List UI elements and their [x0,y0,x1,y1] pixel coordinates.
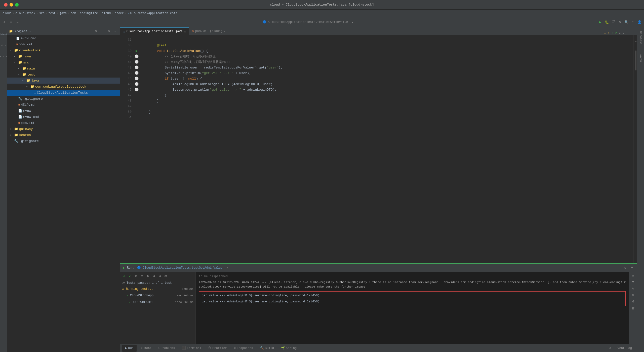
run-settings-btn[interactable]: ⚙ [623,265,628,270]
bp3[interactable]: ⚪ [134,65,139,71]
bottom-tab-eventlog[interactable]: Event Log [613,345,635,352]
tree-item-gateway[interactable]: ▸ 📁 gateway [7,126,120,132]
tab-cloudstocktests[interactable]: ☕ CloudStockApplicationTests.java ✕ [120,27,189,35]
editor-scrollbar[interactable]: m [633,35,637,263]
run-gutter-btn[interactable]: ▶ [134,48,139,54]
minimize-button[interactable] [10,3,13,7]
tree-item-pomxml2[interactable]: m pom.xml [7,120,120,126]
scroll-down-btn[interactable]: ▼ [631,279,636,285]
stop-btn[interactable]: ⊗ [133,273,138,278]
bp2[interactable]: ⚪ [134,59,139,65]
tree-item-mvnwcmd-root[interactable]: 📄 mvnw.cmd [7,35,120,41]
bottom-tab-terminal[interactable]: ⬛ Terminal [179,345,205,352]
expand-btn[interactable]: ⊞ [151,273,156,278]
bottom-tab-problems[interactable]: ⚠ Problems [155,345,178,352]
maven-panel-btn[interactable]: Maven [638,52,643,64]
tree-item-cloudstockapp[interactable]: ☕ CloudStockApplicationTests [7,90,120,96]
scroll-up-btn[interactable]: ▲ [631,273,636,278]
filter-btn[interactable]: ≫ [164,273,169,278]
toolbar-button-1[interactable]: ⊕ [2,20,7,25]
tree-item-mvn[interactable]: ▸ 📁 .mvn [7,53,120,59]
breadcrumb-com[interactable]: com [70,12,76,15]
run-panel-close[interactable]: ✕ [226,266,228,269]
breadcrumb-test[interactable]: test [48,12,56,15]
toolbar-run-btn[interactable]: ▶ [598,20,603,25]
fold-chevron[interactable]: ∧ [619,31,621,35]
sort2-btn[interactable]: ⇅ [145,273,150,278]
bottom-tab-profiler[interactable]: ⏱ Profiler [205,345,230,352]
breadcrumb-cloudstock[interactable]: cloud-stock [15,12,35,15]
bottom-tab-build[interactable]: 🔨 Build [257,345,277,352]
tree-item-mvnwcmd2[interactable]: 📄 mvnw.cmd [7,114,120,120]
tree-collapse-all[interactable]: ☰ [100,29,105,34]
bp4[interactable]: ⚪ [134,71,139,76]
bottom-tab-todo[interactable]: ☑ TODO [138,345,154,352]
tree-item-helpmd[interactable]: m HELP.md [7,102,120,108]
print-btn[interactable]: 🖨 [631,299,636,304]
sort-btn[interactable]: ≡ [139,273,144,278]
tree-item-gitignore2[interactable]: 🔧 .gitignore [7,138,120,144]
sidebar-favorites-icon[interactable]: Fav [1,51,7,61]
toolbar-button-2[interactable]: ≡ [9,20,14,25]
tree-item-cloudstock[interactable]: ▾ 📁 cloud-stock [7,47,120,53]
breadcrumb-codingfire[interactable]: codingfire [80,12,98,15]
bottom-tab-endpoints[interactable]: ⊕ Endpoints [231,345,256,352]
tree-hide[interactable]: − [113,29,118,34]
tree-item-mvnw[interactable]: 📄 mvnw [7,108,120,114]
tree-item-search[interactable]: ▸ 📁 search [7,132,120,138]
run-tree-test[interactable]: ✓ testGetAdmi 1sec 869 ms [120,299,195,305]
breadcrumb-stock[interactable]: stock [115,12,124,15]
run-tree-running[interactable]: ⚙ Running tests... 1s869ms [120,286,195,292]
toolbar-search-btn[interactable]: 🔍 [624,20,629,25]
breadcrumb-cloud2[interactable]: cloud [102,12,111,15]
bp7[interactable]: ⚪ [134,87,139,93]
bp1[interactable]: ⚪ [134,54,139,59]
left-sidebar-icons: Project Struct Fav [0,27,7,352]
run-output[interactable]: to be dispatched 2023-03-06 17:37:17.620… [196,272,629,344]
tab-pomxml[interactable]: m pom.xml (cloud) ✕ [189,27,229,35]
tree-item-src[interactable]: ▾ 📁 src [7,59,120,65]
maximize-button[interactable] [15,3,19,7]
run-collapse-btn[interactable]: − [629,265,634,270]
tree-options[interactable]: ⚙ [106,29,111,34]
bp5[interactable]: ⚪ [134,76,139,82]
wrap-btn[interactable]: ⇆ [631,286,636,291]
bottom-tab-run[interactable]: ▶ Run [122,345,137,352]
database-panel-btn[interactable]: Database [638,29,643,47]
tree-item-java[interactable]: ▾ 📁 java [7,78,120,84]
toolbar-coverage-btn[interactable]: 🛡 [611,20,616,25]
tree-item-gitignore[interactable]: 🔧 .gitignore [7,96,120,102]
tab-close-pomxml[interactable]: ✕ [224,30,226,33]
tree-item-test[interactable]: ▾ 📁 test [7,72,120,78]
breadcrumb-java[interactable]: java [59,12,67,15]
sidebar-project-icon[interactable]: Project [1,29,7,39]
close-button[interactable] [4,3,8,7]
sidebar-structure-icon[interactable]: Struct [1,40,7,50]
run-tree-app[interactable]: ✓ CloudStockApp 1sec 869 ms [120,292,195,299]
rerun-btn[interactable]: ↺ [121,273,126,278]
toolbar-profile-btn[interactable]: 👤 [637,20,642,25]
code-content[interactable]: @Test void testGetAdminValue() { // 当key… [139,35,633,263]
code-editor[interactable]: 37 38 39 40 41 42 43 44 45 46 47 48 49 5… [120,35,637,263]
bp6[interactable]: ⚪ [134,82,139,87]
collapse-btn[interactable]: ⊟ [157,273,163,278]
toolbar-settings-btn[interactable]: ⚙ [617,20,622,25]
toolbar-debug-btn[interactable]: 🐛 [604,20,609,25]
run-config-dropdown[interactable]: ▾ [350,20,355,25]
bottom-tab-spring[interactable]: 🌱 Spring [278,345,300,352]
breadcrumb-class[interactable]: CloudStockApplicationTests [130,12,177,15]
toolbar-update-btn[interactable]: ⬆ [630,20,635,25]
main-layout: Project Struct Fav 📁 Project ▾ ⊕ ☰ ⚙ − 📄… [0,27,644,352]
tree-expand-all[interactable]: ⊕ [93,29,98,34]
tree-item-pomxml-root[interactable]: m pom.xml [7,41,120,47]
breadcrumb-cloud[interactable]: cloud [3,12,12,15]
check-btn[interactable]: ✓ [127,273,132,278]
unfold-chevron[interactable]: ∨ [623,31,624,35]
tree-item-package[interactable]: ▾ 📁 com.codingfire.cloud.stock [7,84,120,90]
breadcrumb-src[interactable]: src [39,12,45,15]
clear-btn[interactable]: 🗑 [631,306,636,311]
tab-close-button[interactable]: ✕ [184,30,186,33]
sort-output-btn[interactable]: ⇅ [631,293,636,298]
tree-item-main[interactable]: ▸ 📁 main [7,65,120,72]
toolbar-button-3[interactable]: ⇒ [15,20,20,25]
